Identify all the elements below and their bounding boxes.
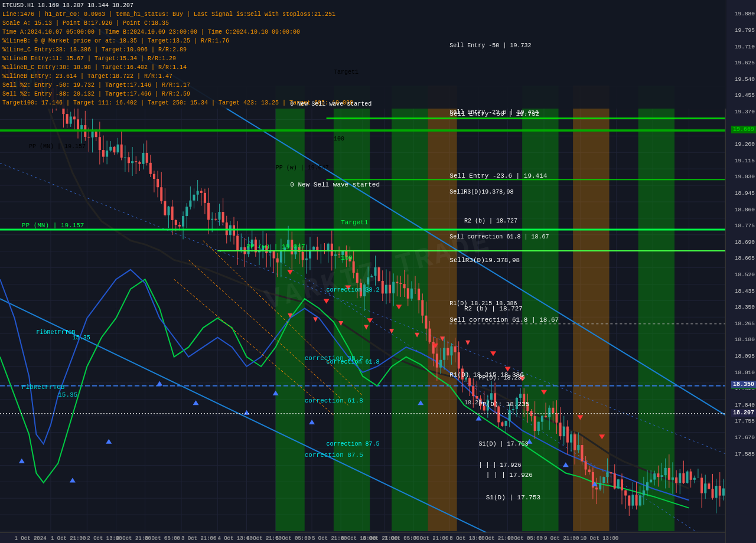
price-scale-label: 18.945 (735, 190, 755, 197)
price-scale-label: 19.030 (735, 174, 755, 180)
header-line: Time A:2024.10.07 05:00:00 | Time B:2024… (2, 28, 724, 37)
price-scale-label: 19.455 (735, 92, 755, 99)
price-scale-label: 19.115 (735, 158, 755, 164)
header-line: %1LineB Entry:11: 15.67 | Target:15.34 |… (2, 54, 724, 63)
header-line: Sell %2: Entry -88: 20.132 | Target:17.4… (2, 90, 724, 99)
header-line: %1Line_C Entry:38: 18.386 | Target:10.09… (2, 45, 724, 54)
price-scale-label: 19.795 (735, 27, 755, 34)
price-highlight-box: 18.207 (731, 409, 756, 417)
x-axis-label: 10 Oct 13:00 (580, 535, 618, 541)
x-axis-label: 1 Oct 21:00 (51, 535, 86, 541)
header-line: Scale A: 15.13 | Point B:17.926 | Point … (2, 19, 724, 28)
header-line: ETCUSD.H1 18.169 18.207 18.144 18.207 (2, 1, 724, 10)
x-axis-label: 9 Oct 21:00 (544, 535, 579, 541)
price-scale-label: 18.520 (735, 272, 755, 278)
chart-container: 19.88019.79519.71019.62519.54019.45519.3… (0, 0, 756, 543)
x-axis-label: 5 Oct 05:00 (276, 535, 311, 541)
x-axis-label: 3 Oct 05:00 (145, 535, 180, 541)
price-scale-label: 17.840 (735, 402, 755, 408)
price-scale-label: 19.880 (735, 11, 755, 17)
price-scale-label: 19.370 (735, 109, 755, 115)
price-scale-label: 18.690 (735, 239, 755, 246)
header-line: %1lineB Entry: 23.614 | Target:18.722 | … (2, 72, 724, 81)
price-scale-label: 18.860 (735, 207, 755, 213)
price-scale-label: 18.095 (735, 353, 755, 359)
price-scale-label: 19.710 (735, 44, 755, 50)
x-axis-label: 9 Oct 05:00 (508, 535, 543, 541)
price-scale-label: 19.625 (735, 60, 755, 66)
header-line: Line:1476 | h1_atr_c0: 0.0963 | tema_h1_… (2, 10, 724, 19)
price-scale-label: 18.435 (735, 288, 755, 295)
header-line: %1LineB: 0 @ Market price or at: 18.35 |… (2, 37, 724, 45)
price-scale-label: 18.350 (735, 304, 755, 310)
price-scale-label: 17.585 (735, 451, 755, 457)
x-axis-label: 3 Oct 21:00 (181, 535, 216, 541)
price-scale-label: 18.265 (735, 320, 755, 327)
x-axis: 1 Oct 20241 Oct 21:002 Oct 13:002 Oct 21… (0, 532, 725, 543)
price-scale-label: 18.605 (735, 255, 755, 261)
price-highlight-box: 19.669 (731, 126, 756, 133)
price-scale-label: 18.180 (735, 336, 755, 343)
price-scale-label: 19.200 (735, 141, 755, 148)
price-scale-label: 18.775 (735, 223, 755, 229)
price-scale: 19.88019.79519.71019.62519.54019.45519.3… (725, 0, 756, 543)
header-line: Sell %2: Entry -50: 19.732 | Target:17.1… (2, 81, 724, 90)
x-axis-label: 1 Oct 2024 (15, 535, 47, 541)
price-scale-label: 17.755 (735, 418, 755, 424)
price-highlight-box: 18.350 (731, 381, 756, 388)
top-info-bar: ETCUSD.H1 18.169 18.207 18.144 18.207Lin… (0, 0, 726, 109)
x-axis-label: 7 Oct 21:00 (413, 535, 448, 541)
header-line: %1lineB_C Entry:38: 18.98 | Target:16.40… (2, 63, 724, 72)
price-scale-label: 17.670 (735, 434, 755, 441)
price-scale-label: 19.540 (735, 76, 755, 83)
header-line: Target100: 17.146 | Target 111: 16.402 |… (2, 99, 724, 107)
price-scale-label: 18.010 (735, 369, 755, 376)
